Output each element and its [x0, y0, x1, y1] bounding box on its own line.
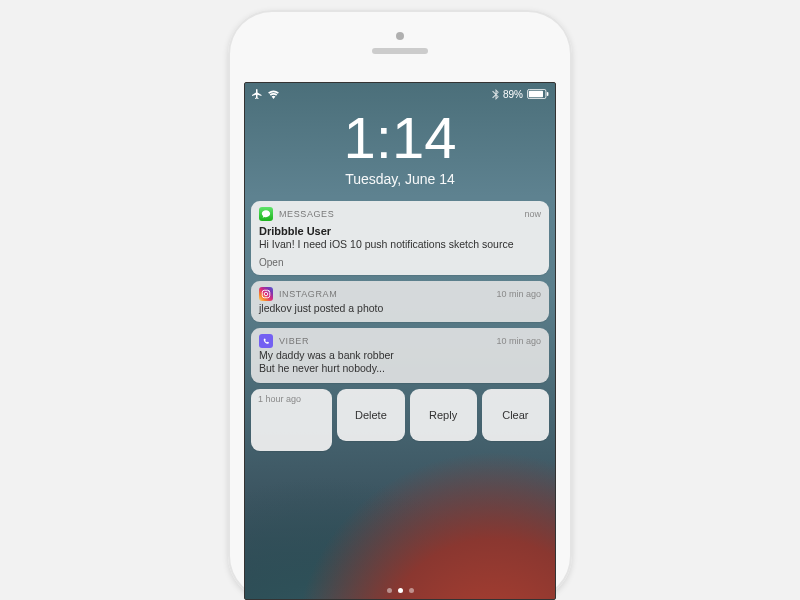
- bluetooth-icon: [492, 89, 499, 100]
- notification-app-name: INSTAGRAM: [279, 289, 337, 299]
- status-left: [251, 88, 280, 100]
- instagram-icon: [259, 287, 273, 301]
- action-time-label: 1 hour ago: [258, 394, 301, 404]
- phone-frame: 89% 1:14 Tuesday, June 14 MESSAGES now: [228, 10, 572, 600]
- notification-time: 10 min ago: [496, 336, 541, 346]
- notification-app-name: MESSAGES: [279, 209, 334, 219]
- battery-percent: 89%: [503, 89, 523, 100]
- action-button-label: Delete: [355, 409, 387, 421]
- notification-open-hint[interactable]: Open: [259, 257, 541, 268]
- notification-app-name: VIBER: [279, 336, 309, 346]
- phone-screen: 89% 1:14 Tuesday, June 14 MESSAGES now: [244, 82, 556, 600]
- page-dot-active[interactable]: [398, 588, 403, 593]
- notification-list: MESSAGES now Dribbble User Hi Ivan! I ne…: [251, 201, 549, 383]
- notification-body: jledkov just posted a photo: [259, 302, 541, 315]
- notification-header: MESSAGES now: [259, 207, 541, 221]
- clear-button[interactable]: Clear: [482, 389, 549, 441]
- action-button-label: Clear: [502, 409, 528, 421]
- svg-point-5: [268, 291, 269, 292]
- lock-time: 1:14: [245, 109, 555, 167]
- reply-button[interactable]: Reply: [410, 389, 477, 441]
- action-time-chip[interactable]: 1 hour ago: [251, 389, 332, 451]
- page-dot[interactable]: [387, 588, 392, 593]
- notification-card[interactable]: VIBER 10 min ago My daddy was a bank rob…: [251, 328, 549, 382]
- action-button-label: Reply: [429, 409, 457, 421]
- notification-card[interactable]: MESSAGES now Dribbble User Hi Ivan! I ne…: [251, 201, 549, 275]
- notification-header: VIBER 10 min ago: [259, 334, 541, 348]
- page-dot[interactable]: [409, 588, 414, 593]
- notification-title: Dribbble User: [259, 225, 541, 237]
- notification-time: 10 min ago: [496, 289, 541, 299]
- notification-header: INSTAGRAM 10 min ago: [259, 287, 541, 301]
- viber-icon: [259, 334, 273, 348]
- svg-rect-1: [529, 91, 543, 98]
- page-indicator: [245, 588, 555, 593]
- wifi-icon: [267, 89, 280, 99]
- notification-body: Hi Ivan! I need iOS 10 push notification…: [259, 238, 541, 251]
- lock-clock: 1:14 Tuesday, June 14: [245, 109, 555, 187]
- messages-icon: [259, 207, 273, 221]
- phone-speaker: [372, 48, 428, 54]
- svg-rect-2: [547, 92, 549, 96]
- delete-button[interactable]: Delete: [337, 389, 404, 441]
- airplane-mode-icon: [251, 88, 263, 100]
- notification-card[interactable]: INSTAGRAM 10 min ago jledkov just posted…: [251, 281, 549, 322]
- lock-date: Tuesday, June 14: [245, 171, 555, 187]
- svg-point-4: [264, 292, 268, 296]
- status-right: 89%: [492, 89, 549, 100]
- battery-icon: [527, 89, 549, 99]
- notification-time: now: [524, 209, 541, 219]
- status-bar: 89%: [245, 83, 555, 103]
- svg-rect-3: [262, 290, 270, 298]
- notification-action-row: 1 hour ago Delete Reply Clear: [251, 389, 549, 451]
- notification-body: My daddy was a bank robber But he never …: [259, 349, 541, 375]
- phone-camera: [396, 32, 404, 40]
